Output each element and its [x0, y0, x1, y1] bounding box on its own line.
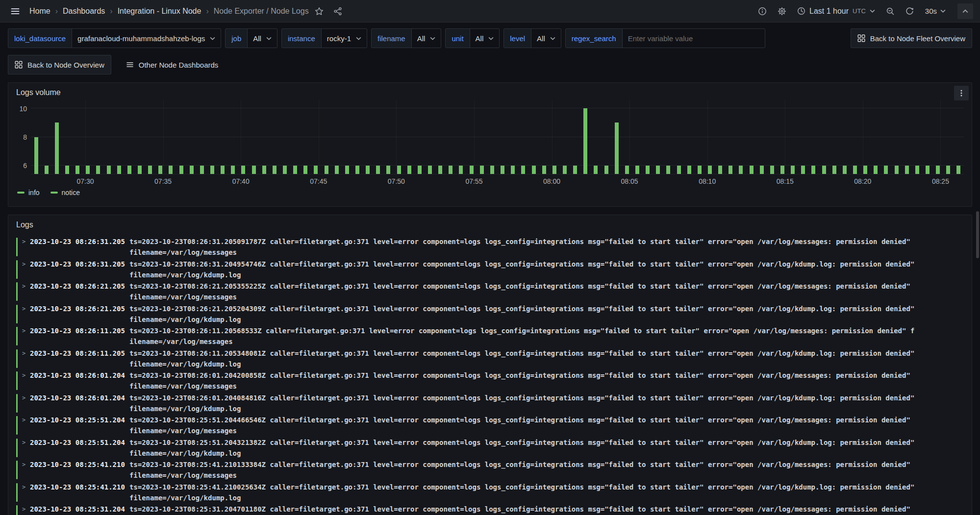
legend-item-info[interactable]: info [17, 189, 40, 196]
x-axis-label: 07:30 [76, 177, 94, 185]
page-scrollbar[interactable] [976, 211, 979, 258]
log-volume-bar [418, 166, 422, 174]
log-row[interactable]: 2023-10-23 08:25:41.210 ts=2023-10-23T08… [16, 459, 964, 481]
variable-value: rocky-1 [327, 34, 351, 43]
log-timestamp: 2023-10-23 08:25:41.210 [30, 459, 125, 470]
breadcrumb-home[interactable]: Home [29, 7, 50, 16]
expand-chevron-icon[interactable] [22, 259, 28, 270]
loki-datasource-dropdown[interactable]: grafanacloud-muhammadshahzeb-logs [72, 29, 221, 48]
log-volume-bar [542, 166, 546, 174]
log-volume-bar [853, 166, 857, 174]
log-rows: 2023-10-23 08:26:31.205 ts=2023-10-23T08… [8, 230, 972, 515]
expand-chevron-icon[interactable] [22, 236, 28, 247]
y-axis: 6810 [13, 100, 31, 174]
variable-job: job All [225, 28, 277, 48]
log-volume-bar [138, 166, 142, 174]
variable-value: grafanacloud-muhammadshahzeb-logs [77, 34, 205, 43]
x-axis-label: 07:50 [388, 177, 405, 185]
expand-chevron-icon[interactable] [22, 281, 28, 292]
logs-panel-header[interactable]: Logs [8, 215, 972, 230]
variable-value: All [417, 34, 426, 43]
level-dropdown[interactable]: All [531, 29, 561, 48]
panel-menu-button[interactable] [954, 86, 969, 100]
unit-dropdown[interactable]: All [470, 29, 500, 48]
log-volume-bar [687, 166, 691, 174]
log-message: ts=2023-10-23T08:26:01.204084816Z caller… [129, 392, 916, 414]
other-node-dashboards-button[interactable]: Other Node Dashboards [119, 55, 226, 74]
expand-chevron-icon[interactable] [22, 370, 28, 381]
log-volume-bar [449, 166, 452, 174]
zoom-out-time-button[interactable] [882, 3, 899, 19]
regex-search-input[interactable] [623, 29, 765, 48]
log-row[interactable]: 2023-10-23 08:26:01.204 ts=2023-10-23T08… [16, 392, 964, 414]
log-volume-bar [677, 166, 681, 174]
log-volume-bar [926, 166, 930, 174]
log-row[interactable]: 2023-10-23 08:25:41.210 ts=2023-10-23T08… [16, 482, 964, 503]
log-volume-bar [314, 166, 318, 174]
log-volume-bar [532, 166, 536, 174]
back-to-node-overview-button[interactable]: Back to Node Overview [8, 55, 111, 74]
refresh-button[interactable] [902, 3, 918, 19]
log-row[interactable]: 2023-10-23 08:26:31.205 ts=2023-10-23T08… [16, 259, 964, 280]
log-volume-bar [55, 123, 59, 174]
button-label: Back to Node Overview [27, 61, 104, 69]
expand-chevron-icon[interactable] [22, 325, 28, 336]
log-volume-bar [760, 166, 764, 174]
hamburger-icon [10, 6, 20, 16]
expand-chevron-icon[interactable] [22, 482, 28, 492]
expand-chevron-icon[interactable] [22, 392, 28, 403]
clock-icon [797, 7, 805, 15]
favorite-button[interactable] [311, 3, 327, 19]
log-row[interactable]: 2023-10-23 08:26:31.205 ts=2023-10-23T08… [16, 236, 964, 258]
log-timestamp: 2023-10-23 08:26:21.205 [30, 281, 125, 292]
expand-chevron-icon[interactable] [22, 504, 28, 515]
log-volume-bar [438, 166, 442, 174]
back-to-node-fleet-overview-button[interactable]: Back to Node Fleet Overview [851, 28, 972, 48]
log-row[interactable]: 2023-10-23 08:26:11.205 ts=2023-10-23T08… [16, 348, 964, 369]
log-volume-bar [376, 166, 380, 174]
instance-dropdown[interactable]: rocky-1 [322, 29, 367, 48]
log-volume-bar [303, 166, 307, 174]
dashboard-settings-button[interactable] [774, 3, 790, 19]
filename-dropdown[interactable]: All [412, 29, 441, 48]
expand-chevron-icon[interactable] [22, 303, 28, 314]
log-volume-bar [594, 166, 598, 174]
legend-label: notice [62, 189, 80, 196]
breadcrumb-separator-icon [206, 7, 208, 16]
log-timestamp: 2023-10-23 08:26:11.205 [30, 325, 125, 336]
share-button[interactable] [329, 3, 346, 19]
log-volume-bar [65, 166, 69, 174]
log-volume-bar [252, 166, 256, 174]
log-row[interactable]: 2023-10-23 08:25:51.204 ts=2023-10-23T08… [16, 415, 964, 436]
button-label: Other Node Dashboards [139, 61, 219, 69]
expand-chevron-icon[interactable] [22, 459, 28, 470]
log-row[interactable]: 2023-10-23 08:26:01.204 ts=2023-10-23T08… [16, 370, 964, 392]
expand-chevron-icon[interactable] [22, 348, 28, 359]
variable-instance: instance rocky-1 [281, 28, 367, 48]
collapse-navbar-button[interactable] [957, 3, 973, 19]
breadcrumb-dashboards[interactable]: Dashboards [63, 7, 105, 16]
legend-item-notice[interactable]: notice [50, 189, 80, 196]
legend-swatch [50, 192, 58, 194]
menu-toggle-button[interactable] [7, 3, 24, 19]
refresh-interval-dropdown[interactable]: 30s [921, 3, 950, 19]
variable-label: level [504, 29, 531, 48]
log-row[interactable]: 2023-10-23 08:25:51.204 ts=2023-10-23T08… [16, 437, 964, 459]
log-row[interactable]: 2023-10-23 08:25:31.204 ts=2023-10-23T08… [16, 504, 964, 515]
log-volume-bar [666, 166, 670, 174]
log-row[interactable]: 2023-10-23 08:26:21.205 ts=2023-10-23T08… [16, 303, 964, 325]
expand-chevron-icon[interactable] [22, 415, 28, 425]
dashboard-info-button[interactable] [754, 3, 771, 19]
log-timestamp: 2023-10-23 08:26:01.204 [30, 392, 125, 403]
job-dropdown[interactable]: All [248, 29, 277, 48]
logs-volume-panel-header[interactable]: Logs volume [8, 83, 972, 98]
time-range-picker[interactable]: Last 1 hour UTC [793, 3, 879, 19]
expand-chevron-icon[interactable] [22, 437, 28, 448]
log-volume-bar [915, 166, 919, 174]
log-row[interactable]: 2023-10-23 08:26:21.205 ts=2023-10-23T08… [16, 281, 964, 302]
breadcrumb-integration-linux-node[interactable]: Integration - Linux Node [118, 7, 201, 16]
log-volume-bar [811, 166, 815, 174]
logs-volume-plot[interactable] [31, 100, 964, 174]
log-volume-bar [335, 166, 339, 174]
log-row[interactable]: 2023-10-23 08:26:11.205 ts=2023-10-23T08… [16, 325, 964, 347]
